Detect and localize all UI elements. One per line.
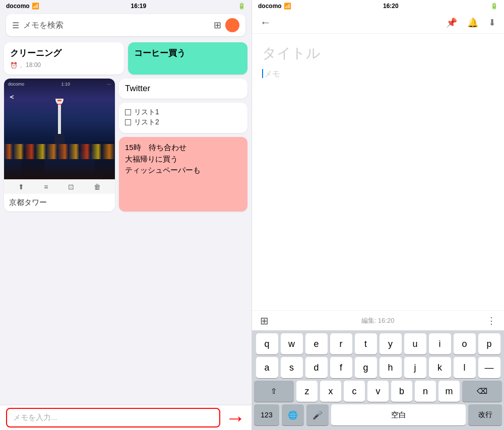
memo-area: メモ xyxy=(262,69,494,80)
cleaning-title: クリーニング xyxy=(10,47,118,59)
text-cursor xyxy=(262,69,263,78)
left-panel: docomo 📶 16:19 🔋 ☰ メモを検索 ⊞ クリーニング ⏰ 、18:… xyxy=(0,0,252,430)
time-left: 16:19 xyxy=(131,3,146,10)
key-space[interactable]: 空白 xyxy=(331,404,466,425)
status-bar-left: docomo 📶 16:19 🔋 xyxy=(0,0,251,12)
key-r[interactable]: r xyxy=(330,333,352,354)
kb-row-3: ⇧ z x c v b n m ⌫ xyxy=(254,381,502,402)
key-g[interactable]: g xyxy=(355,357,377,378)
key-o[interactable]: o xyxy=(454,333,476,354)
key-b[interactable]: b xyxy=(391,381,412,402)
image-placeholder: docomo 1:10 ··· ＜ xyxy=(4,79,115,179)
key-globe[interactable]: 🌐 xyxy=(282,404,304,425)
key-v[interactable]: v xyxy=(367,381,389,402)
list-item-2: リスト2 xyxy=(125,118,241,127)
crop-icon[interactable]: ⊡ xyxy=(68,183,74,191)
download-icon[interactable]: ⬇ xyxy=(488,17,496,28)
list-item-1: リスト1 xyxy=(125,108,241,117)
key-a[interactable]: a xyxy=(256,357,278,378)
note-image[interactable]: docomo 1:10 ··· ＜ xyxy=(4,79,115,211)
note-coffee[interactable]: コーヒー買う xyxy=(128,42,248,75)
list-text-2: リスト2 xyxy=(134,118,159,127)
wifi-icon-right: 📶 xyxy=(284,3,291,10)
cleaning-reminder: ⏰ 、18:00 xyxy=(10,61,118,69)
twitter-title: Twitter xyxy=(125,84,241,94)
carrier-left: docomo xyxy=(6,3,30,10)
key-k[interactable]: k xyxy=(429,357,451,378)
note-pink[interactable]: 15時 待ち合わせ大福帰りに買うティッシュペーパーも xyxy=(119,137,247,211)
note-editor[interactable]: タイトル メモ xyxy=(252,34,504,310)
wifi-icon: 📶 xyxy=(32,3,39,10)
key-l[interactable]: l xyxy=(454,357,476,378)
grid-icon[interactable]: ⊞ xyxy=(214,20,221,31)
key-p[interactable]: p xyxy=(478,333,500,354)
carrier-right: docomo xyxy=(258,3,282,10)
note-list[interactable]: リスト1 リスト2 xyxy=(119,103,247,133)
key-123[interactable]: 123 xyxy=(254,404,279,425)
battery-right: 🔋 xyxy=(490,3,498,10)
battery-left: 🔋 xyxy=(238,3,245,10)
pink-text: 15時 待ち合わせ大福帰りに買うティッシュペーパーも xyxy=(125,142,241,176)
key-y[interactable]: y xyxy=(380,333,402,354)
more-options-icon[interactable]: ⋮ xyxy=(487,315,496,326)
bell-icon[interactable]: 🔔 xyxy=(467,17,478,28)
key-e[interactable]: e xyxy=(305,333,328,354)
key-shift[interactable]: ⇧ xyxy=(254,381,294,402)
memo-placeholder-text: メモ xyxy=(264,69,280,80)
notes-row-1: クリーニング ⏰ 、18:00 コーヒー買う xyxy=(4,42,247,75)
title-placeholder: タイトル xyxy=(262,44,494,63)
key-delete[interactable]: ⌫ xyxy=(462,381,502,402)
clock-icon: ⏰ xyxy=(10,62,18,69)
key-m[interactable]: m xyxy=(438,381,460,402)
key-h[interactable]: h xyxy=(380,357,402,378)
key-u[interactable]: u xyxy=(404,333,426,354)
key-n[interactable]: n xyxy=(415,381,436,402)
svg-rect-5 xyxy=(57,100,61,101)
search-text[interactable]: メモを検索 xyxy=(23,20,210,31)
menu-icon[interactable]: ☰ xyxy=(12,21,19,30)
note-cleaning[interactable]: クリーニング ⏰ 、18:00 xyxy=(4,42,124,75)
status-bar-right: docomo 📶 16:20 🔋 xyxy=(252,0,504,12)
checkbox-1[interactable] xyxy=(125,109,131,115)
key-z[interactable]: z xyxy=(296,381,318,402)
coffee-title: コーヒー買う xyxy=(134,47,242,59)
right-panel: docomo 📶 16:20 🔋 ← 📌 🔔 ⬇ タイトル メモ ⊞ 編集: 1… xyxy=(252,0,504,430)
kb-row-bottom: 123 🌐 🎤 空白 改行 xyxy=(254,404,502,425)
edit-icon[interactable]: ≡ xyxy=(44,183,48,191)
pin-icon[interactable]: 📌 xyxy=(446,17,457,28)
cleaning-time: 、18:00 xyxy=(20,61,41,69)
search-bar[interactable]: ☰ メモを検索 ⊞ xyxy=(6,14,245,36)
key-f[interactable]: f xyxy=(330,357,352,378)
key-t[interactable]: t xyxy=(355,333,377,354)
back-button[interactable]: ← xyxy=(260,16,271,29)
time-right: 16:20 xyxy=(383,3,399,10)
add-icon[interactable]: ⊞ xyxy=(260,315,269,327)
key-x[interactable]: x xyxy=(320,381,341,402)
note-twitter[interactable]: Twitter xyxy=(119,79,247,99)
key-return[interactable]: 改行 xyxy=(468,404,502,425)
checkbox-2[interactable] xyxy=(125,119,131,125)
memo-input[interactable]: メモを入力... xyxy=(6,408,220,427)
key-d[interactable]: d xyxy=(305,357,328,378)
image-toolbar: ⬆ ≡ ⊡ 🗑 xyxy=(4,179,115,194)
key-w[interactable]: w xyxy=(281,333,303,354)
key-c[interactable]: c xyxy=(344,381,365,402)
key-q[interactable]: q xyxy=(256,333,278,354)
share-icon[interactable]: ⬆ xyxy=(18,183,24,191)
toolbar-icons: 📌 🔔 ⬇ xyxy=(446,17,496,28)
mini-status: docomo 1:10 ··· xyxy=(4,82,115,87)
bottom-bar-left: メモを入力... → xyxy=(0,405,251,430)
editor-bottom-bar: ⊞ 編集: 16:20 ⋮ xyxy=(252,310,504,330)
carrier-signal-left: docomo 📶 xyxy=(6,3,39,10)
key-i[interactable]: i xyxy=(429,333,451,354)
profile-avatar[interactable] xyxy=(225,18,239,32)
red-arrow: → xyxy=(225,408,245,428)
key-j[interactable]: j xyxy=(404,357,426,378)
key-s[interactable]: s xyxy=(281,357,303,378)
list-text-1: リスト1 xyxy=(134,108,159,117)
kb-row-2: a s d f g h j k l — xyxy=(254,357,502,378)
key-dash[interactable]: — xyxy=(478,357,500,378)
right-toolbar: ← 📌 🔔 ⬇ xyxy=(252,12,504,34)
key-mic[interactable]: 🎤 xyxy=(306,404,329,425)
delete-icon[interactable]: 🗑 xyxy=(94,183,101,191)
